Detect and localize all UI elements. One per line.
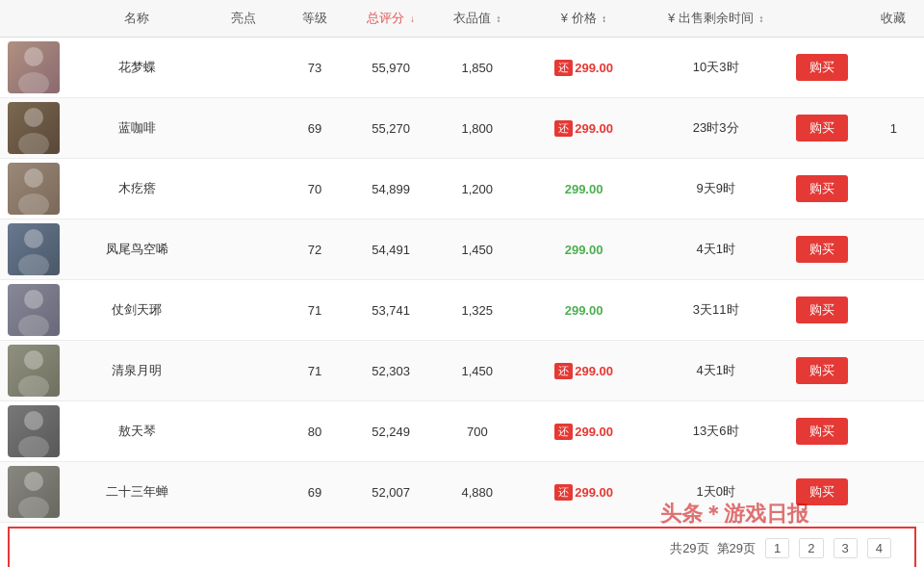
- page-btn-3[interactable]: 3: [834, 538, 858, 558]
- score-cell: 55,270: [346, 98, 437, 159]
- time-cell: 1天0时: [650, 462, 782, 523]
- time-cell: 3天11时: [650, 280, 782, 341]
- highlight-cell: [203, 38, 284, 98]
- quality-cell: 1,450: [437, 341, 518, 401]
- col-name: 名称: [71, 0, 203, 38]
- total-pages-label: 共29页: [670, 540, 708, 557]
- time-cell: 4天1时: [650, 219, 782, 280]
- avatar: [8, 223, 60, 275]
- score-cell: 52,007: [346, 462, 437, 523]
- table-row: 蓝咖啡6955,2701,800还299.0023时3分购买1: [0, 98, 924, 159]
- price-cell: 299.00: [518, 219, 650, 280]
- svg-point-19: [24, 411, 43, 430]
- score-cell: 52,303: [346, 341, 437, 401]
- svg-point-7: [24, 168, 43, 188]
- sort-arrow-quality: ↕: [497, 13, 501, 24]
- buy-button[interactable]: 购买: [796, 115, 848, 142]
- character-name: 花梦蝶: [71, 38, 203, 98]
- main-container: 名称 亮点 等级 总评分 ↓ 衣品值 ↕ ¥ 价格 ↕ ¥ 出售剩余时间 ↕ 收…: [0, 0, 924, 567]
- price-value: 299.00: [565, 303, 603, 318]
- price-tag: 还: [554, 424, 573, 440]
- col-time[interactable]: ¥ 出售剩余时间 ↕: [650, 0, 782, 38]
- avatar-cell: [0, 462, 71, 523]
- svg-point-13: [24, 290, 43, 309]
- svg-point-10: [24, 229, 43, 248]
- time-cell: 9天9时: [650, 159, 782, 219]
- price-value: 299.00: [565, 243, 603, 257]
- col-buy: [782, 0, 862, 38]
- page-btn-1[interactable]: 1: [765, 538, 789, 558]
- level-cell: 73: [284, 38, 345, 98]
- collect-cell: [863, 280, 924, 341]
- buy-button[interactable]: 购买: [796, 478, 848, 505]
- avatar: [8, 405, 60, 457]
- collect-cell: [863, 401, 924, 462]
- col-score[interactable]: 总评分 ↓: [346, 0, 437, 38]
- svg-point-22: [24, 472, 43, 491]
- level-cell: 71: [284, 341, 345, 401]
- character-name: 清泉月明: [71, 341, 203, 401]
- price-cell: 还299.00: [518, 98, 650, 159]
- sort-arrow-time: ↕: [758, 13, 763, 24]
- page-btn-4[interactable]: 4: [867, 538, 891, 558]
- score-cell: 55,970: [346, 38, 437, 98]
- price-cell: 还299.00: [518, 462, 650, 523]
- buy-cell: 购买: [782, 159, 862, 219]
- collect-cell: [863, 38, 924, 98]
- avatar: [8, 41, 60, 93]
- character-name: 二十三年蝉: [71, 462, 203, 523]
- quality-cell: 1,800: [437, 98, 518, 159]
- buy-button[interactable]: 购买: [796, 418, 848, 445]
- price-tag: 还: [554, 120, 573, 137]
- price-cell: 还299.00: [518, 401, 650, 462]
- highlight-cell: [203, 401, 284, 462]
- level-cell: 72: [284, 219, 345, 280]
- sort-arrow-price: ↕: [602, 13, 606, 24]
- level-cell: 71: [284, 280, 345, 341]
- col-quality[interactable]: 衣品值 ↕: [437, 0, 518, 38]
- price-cell: 299.00: [518, 280, 650, 341]
- buy-cell: 购买: [782, 98, 862, 159]
- quality-cell: 1,850: [437, 38, 518, 98]
- avatar-cell: [0, 280, 71, 341]
- buy-button[interactable]: 购买: [796, 54, 848, 81]
- level-cell: 80: [284, 401, 345, 462]
- avatar-cell: [0, 159, 71, 219]
- svg-point-1: [24, 47, 43, 66]
- price-tag: 还: [554, 60, 573, 76]
- col-level: 等级: [284, 0, 345, 38]
- avatar: [8, 345, 60, 397]
- price-cell: 299.00: [518, 159, 650, 219]
- table-row: 二十三年蝉6952,0074,880还299.001天0时购买: [0, 462, 924, 523]
- col-highlight: 亮点: [203, 0, 284, 38]
- avatar-cell: [0, 219, 71, 280]
- time-cell: 23时3分: [650, 98, 782, 159]
- score-cell: 52,249: [346, 401, 437, 462]
- col-collect: 收藏: [863, 0, 924, 38]
- avatar-cell: [0, 38, 71, 98]
- character-name: 仗剑天琊: [71, 280, 203, 341]
- buy-button[interactable]: 购买: [796, 236, 848, 263]
- table-row: 清泉月明7152,3031,450还299.004天1时购买: [0, 341, 924, 401]
- page-btn-2[interactable]: 2: [799, 538, 823, 558]
- highlight-cell: [203, 98, 284, 159]
- character-name: 凤尾鸟空唏: [71, 219, 203, 280]
- avatar-cell: [0, 401, 71, 462]
- collect-cell: [863, 462, 924, 523]
- quality-cell: 1,450: [437, 219, 518, 280]
- quality-cell: 4,880: [437, 462, 518, 523]
- col-price[interactable]: ¥ 价格 ↕: [518, 0, 650, 38]
- buy-button[interactable]: 购买: [796, 296, 848, 323]
- table-header-row: 名称 亮点 等级 总评分 ↓ 衣品值 ↕ ¥ 价格 ↕ ¥ 出售剩余时间 ↕ 收…: [0, 0, 924, 38]
- buy-button[interactable]: 购买: [796, 357, 848, 384]
- price-cell: 还299.00: [518, 38, 650, 98]
- price-cell: 还299.00: [518, 341, 650, 401]
- time-cell: 4天1时: [650, 341, 782, 401]
- price-value: 299.00: [575, 364, 613, 378]
- highlight-cell: [203, 341, 284, 401]
- time-cell: 10天3时: [650, 38, 782, 98]
- collect-cell: [863, 159, 924, 219]
- time-cell: 13天6时: [650, 401, 782, 462]
- current-page-label: 第29页: [717, 540, 756, 557]
- buy-button[interactable]: 购买: [796, 175, 848, 202]
